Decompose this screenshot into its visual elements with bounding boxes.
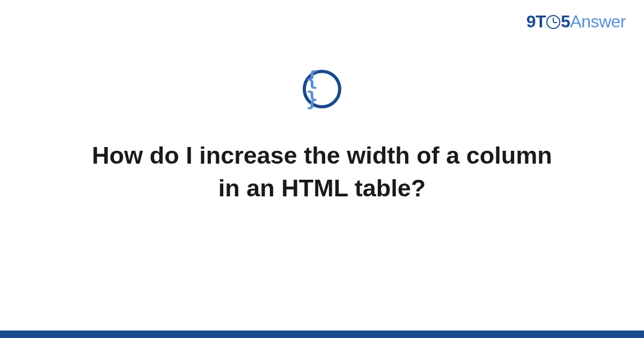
question-title: How do I increase the width of a column … [75,139,569,205]
footer-accent-bar [0,330,644,338]
logo-text-9t: 9T [526,12,546,32]
main-content: { } How do I increase the width of a col… [0,70,644,205]
site-logo[interactable]: 9T 5 Answer [526,12,626,32]
code-braces-icon: { } [303,70,341,108]
logo-text-answer: Answer [570,12,626,32]
braces-glyph: { } [306,68,338,109]
logo-text-5: 5 [561,12,570,32]
clock-icon [546,15,560,29]
